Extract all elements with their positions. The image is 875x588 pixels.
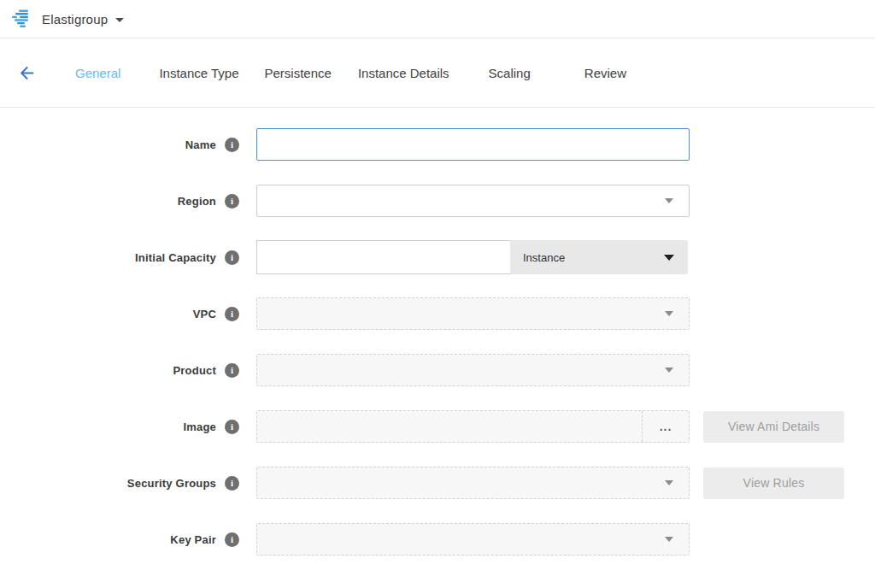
capacity-unit-select[interactable]: Instance: [510, 240, 688, 274]
form-row-image: Image i ... View Ami Details: [0, 410, 875, 443]
security-groups-select: [256, 467, 690, 499]
info-icon[interactable]: i: [225, 420, 239, 434]
tab-instance-type[interactable]: Instance Type: [159, 66, 238, 80]
tab-persistence[interactable]: Persistence: [265, 66, 332, 80]
back-arrow-icon[interactable]: [17, 62, 38, 83]
tabs: General Instance Type Persistence Instan…: [75, 66, 626, 80]
view-ami-details-button: View Ami Details: [703, 411, 844, 443]
tab-general[interactable]: General: [75, 66, 120, 80]
key-pair-select: [256, 523, 690, 556]
security-groups-label: Security Groups: [127, 477, 216, 490]
chevron-down-icon: [665, 480, 673, 485]
image-input-group: ...: [256, 410, 690, 443]
chevron-down-icon: [664, 255, 674, 261]
image-label: Image: [183, 420, 216, 433]
wizard-tab-bar: General Instance Type Persistence Instan…: [0, 38, 875, 108]
top-bar: Elastigroup: [0, 0, 875, 38]
chevron-down-icon: [665, 198, 673, 203]
view-rules-button: View Rules: [703, 467, 844, 499]
info-icon[interactable]: i: [225, 532, 239, 547]
name-label: Name: [185, 138, 216, 151]
capacity-unit-value: Instance: [523, 251, 565, 264]
info-icon[interactable]: i: [225, 250, 239, 265]
product-select: [256, 354, 690, 386]
form-row-name: Name i: [0, 128, 875, 161]
initial-capacity-input[interactable]: [256, 240, 510, 274]
form-row-region: Region i: [0, 185, 875, 217]
tab-instance-details[interactable]: Instance Details: [358, 66, 449, 80]
elastigroup-logo-icon: [12, 9, 34, 28]
region-select[interactable]: [256, 185, 690, 217]
image-browse-button: ...: [642, 411, 689, 442]
app-title: Elastigroup: [42, 12, 108, 26]
info-icon[interactable]: i: [225, 194, 239, 209]
initial-capacity-label: Initial Capacity: [135, 251, 216, 264]
general-settings-form: Name i Region i Initial Capacity i Insta…: [0, 108, 875, 556]
form-row-product: Product i: [0, 354, 875, 386]
app-switcher-caret-icon[interactable]: [115, 18, 124, 22]
info-icon[interactable]: i: [225, 307, 239, 321]
form-row-key-pair: Key Pair i: [0, 523, 875, 556]
region-label: Region: [178, 195, 216, 208]
vpc-label: VPC: [193, 308, 216, 320]
info-icon[interactable]: i: [225, 476, 239, 491]
form-row-initial-capacity: Initial Capacity i Instance: [0, 241, 875, 273]
chevron-down-icon: [665, 368, 673, 373]
image-input: [257, 411, 642, 442]
key-pair-label: Key Pair: [170, 533, 216, 546]
vpc-select: [256, 297, 690, 330]
product-label: Product: [173, 364, 216, 377]
info-icon[interactable]: i: [225, 138, 239, 152]
info-icon[interactable]: i: [225, 363, 239, 378]
form-row-vpc: VPC i: [0, 297, 875, 330]
tab-review[interactable]: Review: [584, 66, 626, 80]
chevron-down-icon: [665, 311, 673, 316]
tab-scaling[interactable]: Scaling: [489, 66, 531, 80]
chevron-down-icon: [665, 537, 673, 542]
form-row-security-groups: Security Groups i View Rules: [0, 467, 875, 499]
name-input[interactable]: [256, 128, 690, 161]
